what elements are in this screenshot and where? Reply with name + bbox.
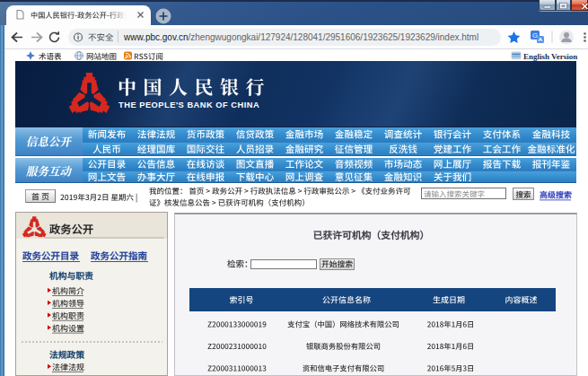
svg-text:THE PEOPLE'S BANK OF CHINA: THE PEOPLE'S BANK OF CHINA — [118, 101, 259, 109]
